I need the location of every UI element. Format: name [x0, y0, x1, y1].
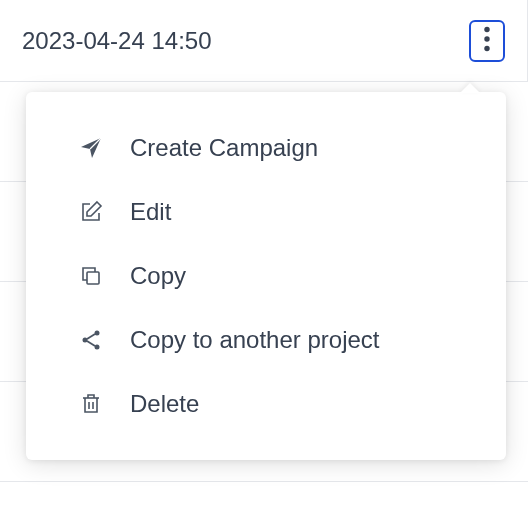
menu-item-label: Create Campaign	[130, 134, 318, 162]
copy-icon	[78, 263, 104, 289]
svg-point-1	[484, 36, 489, 41]
svg-rect-3	[87, 272, 99, 284]
svg-point-0	[484, 26, 489, 31]
menu-item-label: Edit	[130, 198, 171, 226]
menu-item-label: Delete	[130, 390, 199, 418]
more-vertical-icon	[483, 26, 491, 56]
menu-item-create-campaign[interactable]: Create Campaign	[26, 116, 506, 180]
menu-item-copy[interactable]: Copy	[26, 244, 506, 308]
share-icon	[78, 327, 104, 353]
menu-item-label: Copy to another project	[130, 326, 379, 354]
table-row: 2023-04-24 14:50	[0, 0, 528, 82]
more-actions-button[interactable]	[469, 20, 505, 62]
svg-line-7	[87, 334, 95, 339]
actions-dropdown: Create Campaign Edit Copy	[26, 92, 506, 460]
trash-icon	[78, 391, 104, 417]
svg-line-8	[87, 341, 95, 346]
timestamp: 2023-04-24 14:50	[22, 27, 212, 55]
svg-point-2	[484, 45, 489, 50]
menu-item-delete[interactable]: Delete	[26, 372, 506, 436]
menu-item-edit[interactable]: Edit	[26, 180, 506, 244]
edit-icon	[78, 199, 104, 225]
menu-item-copy-to-project[interactable]: Copy to another project	[26, 308, 506, 372]
menu-item-label: Copy	[130, 262, 186, 290]
paper-plane-icon	[78, 135, 104, 161]
